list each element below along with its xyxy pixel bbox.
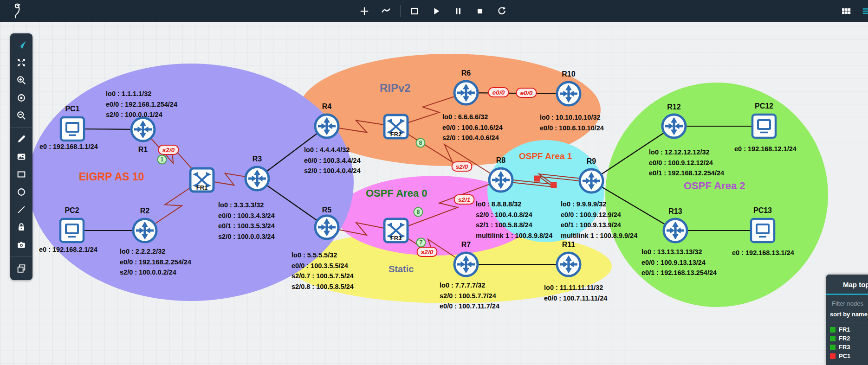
num-badge-label: 8 (417, 209, 420, 215)
stop-icon[interactable] (472, 3, 488, 19)
multilink-marker (534, 176, 540, 182)
num-badge-label: 1 (161, 156, 164, 163)
pc13-ip: e0 : 192.168.13.1/24 (732, 249, 794, 256)
left-toolbar (10, 33, 32, 280)
panel-node-label: PC1 (839, 352, 850, 359)
panel-divider (826, 322, 868, 322)
toolbar-divider (10, 127, 32, 128)
gns3-logo (11, 2, 25, 22)
node-label-R12: R12 (667, 103, 680, 111)
node-PC12[interactable] (752, 115, 776, 138)
topbar (0, 0, 868, 22)
reload-icon[interactable] (494, 3, 510, 19)
pc1-ip: e0 : 192.168.1.1/24 (39, 143, 98, 150)
port-badge-label: e0/0 (492, 89, 505, 96)
port-badge-label: s2/0 (421, 249, 434, 256)
image-icon[interactable] (13, 149, 29, 165)
panel-node-fr3[interactable]: FR3 (826, 343, 868, 352)
node-R8[interactable] (489, 168, 512, 192)
node-status-icon (830, 336, 836, 341)
node-PC2[interactable] (60, 219, 84, 242)
node-R12[interactable] (662, 115, 686, 138)
node-status-icon (830, 327, 836, 333)
panel-node-pc1[interactable]: PC1 (826, 352, 868, 360)
node-R4[interactable] (315, 115, 338, 138)
node-R9[interactable] (580, 169, 603, 192)
node-label-R11: R11 (562, 241, 576, 249)
node-label-R13: R13 (668, 207, 682, 215)
link-icon[interactable] (378, 3, 394, 19)
pc2-ip: e0 : 192.168.2.1/24 (39, 246, 97, 253)
rectangle-icon[interactable] (13, 166, 29, 182)
zone-label-ospf-area-0[interactable]: OSPF Area 0 (366, 187, 427, 199)
node-label-PC1: PC1 (65, 105, 79, 113)
panel-node-fr1[interactable]: FR1 (826, 325, 868, 334)
port-badge-label: s2/0 (456, 163, 468, 170)
play-icon[interactable] (428, 3, 444, 19)
lock-icon[interactable] (13, 219, 29, 235)
num-badge-label: 7 (420, 239, 423, 246)
line-icon[interactable] (13, 202, 29, 218)
panel-node-label: FR1 (839, 326, 850, 333)
node-label-FR2: FR2 (390, 131, 402, 138)
node-R11[interactable] (557, 253, 580, 276)
panel-node-fr2[interactable]: FR2 (826, 334, 868, 343)
node-R2[interactable] (133, 219, 156, 242)
node-label-R3: R3 (253, 155, 262, 163)
node-label-R5: R5 (322, 206, 332, 214)
topology-canvas[interactable]: PC1PC2R1R2R3R4R5FR1FR2FR3R6R10R8R9R7R11R… (0, 0, 868, 365)
node-R10[interactable] (557, 82, 580, 105)
node-PC13[interactable] (751, 219, 774, 242)
pointer-icon[interactable] (13, 37, 29, 53)
node-PC1[interactable] (61, 117, 84, 141)
panel-node-label: FR2 (839, 335, 850, 342)
toolbar-divider (10, 256, 32, 257)
node-R7[interactable] (454, 253, 478, 276)
node-label-R7: R7 (461, 241, 471, 249)
node-R3[interactable] (246, 167, 269, 190)
duplicate-icon[interactable] (13, 261, 29, 276)
multilink-marker (551, 182, 557, 188)
port-badge-label: e0/0 (520, 90, 533, 96)
sort-by-name-button[interactable]: sort by name a (830, 311, 868, 318)
zone-label-ripv2[interactable]: RIPv2 (380, 82, 411, 94)
node-label-R2: R2 (140, 207, 150, 215)
node-label-FR3: FR3 (390, 235, 402, 242)
node-R1[interactable] (131, 118, 155, 141)
zone-label-eigrp-as-10[interactable]: EIGRP AS 10 (79, 171, 144, 183)
zoom-out-icon[interactable] (13, 108, 29, 123)
node-label-R8: R8 (496, 156, 506, 164)
add-icon[interactable] (356, 3, 372, 19)
port-badge-label: s2/1 (458, 196, 470, 203)
node-label-R10: R10 (562, 70, 575, 78)
panel-node-label: FR3 (839, 344, 850, 351)
panel-node-list: FR1FR2FR3PC1 (826, 325, 868, 360)
node-label-PC13: PC13 (753, 206, 772, 214)
fit-screen-icon[interactable] (13, 55, 29, 70)
select-rect-icon[interactable] (407, 3, 422, 19)
node-label-PC2: PC2 (65, 206, 79, 214)
node-R5[interactable] (315, 216, 338, 239)
node-label-PC12: PC12 (755, 102, 773, 110)
node-label-R4: R4 (322, 102, 332, 110)
topbar-center-tools (356, 3, 510, 19)
map-topology-panel: Map topo Filter nodes sort by name a FR1… (826, 275, 868, 365)
topbar-right-tools (838, 3, 868, 19)
pause-icon[interactable] (450, 3, 466, 19)
camera-icon[interactable] (13, 237, 29, 253)
node-status-icon (830, 353, 836, 359)
zone-label-ospf-area-2[interactable]: OSPF Area 2 (684, 180, 745, 192)
filter-nodes-input[interactable]: Filter nodes (832, 300, 868, 307)
pc12-ip: e0 : 192.168.12.1/24 (734, 145, 797, 153)
node-status-icon (830, 345, 836, 350)
node-R6[interactable] (454, 81, 478, 104)
ellipse-icon[interactable] (13, 184, 29, 200)
grid-icon[interactable] (838, 3, 854, 19)
zone-label-ospf-area-1[interactable]: OSPF Area 1 (519, 151, 572, 161)
zoom-in-icon[interactable] (13, 72, 29, 88)
menu-icon[interactable] (859, 3, 868, 19)
zoom-reset-icon[interactable] (13, 90, 29, 106)
node-R13[interactable] (664, 219, 687, 242)
pencil-icon[interactable] (13, 131, 29, 147)
zone-label-static[interactable]: Static (389, 264, 414, 274)
